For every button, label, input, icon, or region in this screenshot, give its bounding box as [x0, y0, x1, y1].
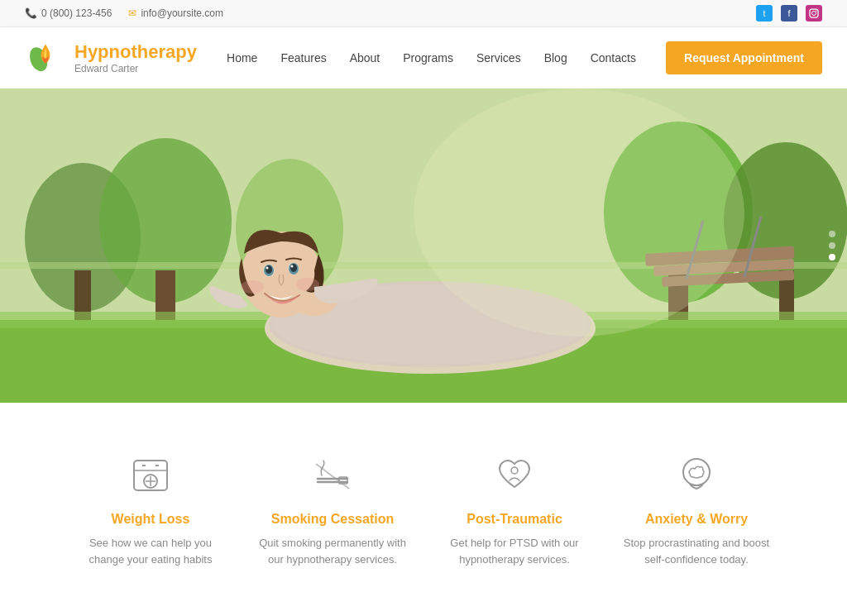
smoking-cessation-icon: [309, 452, 356, 499]
smoking-cessation-desc: Quit smoking permanently with our hypnot…: [258, 535, 407, 567]
slider-dot-1[interactable]: [829, 231, 835, 237]
twitter-icon[interactable]: t: [756, 5, 773, 21]
feature-anxiety-worry: Anxiety & Worry Stop procrastinating and…: [605, 444, 787, 575]
nav-contacts[interactable]: Contacts: [591, 51, 636, 64]
svg-rect-0: [810, 9, 818, 17]
logo-icon: [25, 37, 66, 79]
svg-point-30: [266, 265, 272, 274]
svg-point-50: [511, 467, 518, 474]
features-section: Weight Loss See how we can help you chan…: [0, 403, 847, 609]
svg-point-34: [290, 264, 297, 272]
svg-line-49: [316, 464, 349, 489]
hero-section: [0, 88, 847, 403]
post-traumatic-desc: Get help for PTSD with our hypnotherapy …: [440, 535, 589, 567]
hero-slider-dots: [829, 231, 835, 260]
logo-subtitle: Edward Carter: [74, 63, 197, 74]
nav-home[interactable]: Home: [227, 51, 257, 64]
svg-point-35: [291, 265, 294, 268]
svg-point-36: [241, 280, 264, 294]
nav-programs[interactable]: Programs: [403, 51, 453, 64]
nav-services[interactable]: Services: [476, 51, 521, 64]
topbar-phone: 📞 0 (800) 123-456: [25, 7, 112, 19]
post-traumatic-title: Post-Traumatic: [440, 512, 589, 527]
email-icon: ✉: [128, 7, 136, 19]
instagram-icon[interactable]: [806, 5, 822, 21]
anxiety-worry-desc: Stop procrastinating and boost self-conf…: [622, 535, 771, 567]
svg-point-2: [816, 11, 817, 12]
slider-dot-2[interactable]: [829, 242, 835, 249]
svg-point-31: [266, 267, 269, 270]
nav-blog[interactable]: Blog: [544, 51, 567, 64]
svg-point-51: [683, 459, 710, 485]
weight-loss-icon: [127, 452, 174, 499]
anxiety-worry-title: Anxiety & Worry: [622, 512, 771, 527]
logo-text: Hypnotherapy Edward Carter: [74, 41, 197, 74]
nav-about[interactable]: About: [350, 51, 380, 64]
feature-weight-loss: Weight Loss See how we can help you chan…: [60, 444, 242, 575]
svg-point-38: [414, 88, 744, 337]
svg-point-1: [812, 12, 816, 16]
slider-dot-3[interactable]: [829, 254, 835, 260]
site-header: Hypnotherapy Edward Carter Home Features…: [0, 27, 847, 88]
facebook-icon[interactable]: f: [781, 5, 797, 21]
weight-loss-desc: See how we can help you change your eati…: [76, 535, 225, 567]
hero-image: [0, 88, 847, 403]
request-appointment-button[interactable]: Request Appointment: [666, 41, 822, 74]
main-nav: Home Features About Programs Services Bl…: [227, 51, 636, 64]
phone-icon: 📞: [25, 7, 37, 19]
topbar-email: ✉ info@yoursite.com: [128, 7, 223, 19]
logo-title: Hypnotherapy: [74, 41, 197, 63]
hero-background: [0, 88, 847, 403]
topbar: 📞 0 (800) 123-456 ✉ info@yoursite.com t …: [0, 0, 847, 27]
topbar-contact: 📞 0 (800) 123-456 ✉ info@yoursite.com: [25, 7, 223, 19]
anxiety-worry-icon: [673, 452, 720, 499]
feature-post-traumatic: Post-Traumatic Get help for PTSD with ou…: [424, 444, 605, 575]
logo[interactable]: Hypnotherapy Edward Carter: [25, 37, 197, 79]
post-traumatic-icon: [491, 452, 538, 499]
topbar-social: t f: [756, 5, 822, 21]
weight-loss-title: Weight Loss: [76, 512, 225, 527]
feature-smoking-cessation: Smoking Cessation Quit smoking permanent…: [242, 444, 424, 575]
nav-features[interactable]: Features: [280, 51, 326, 64]
smoking-cessation-title: Smoking Cessation: [258, 512, 407, 527]
